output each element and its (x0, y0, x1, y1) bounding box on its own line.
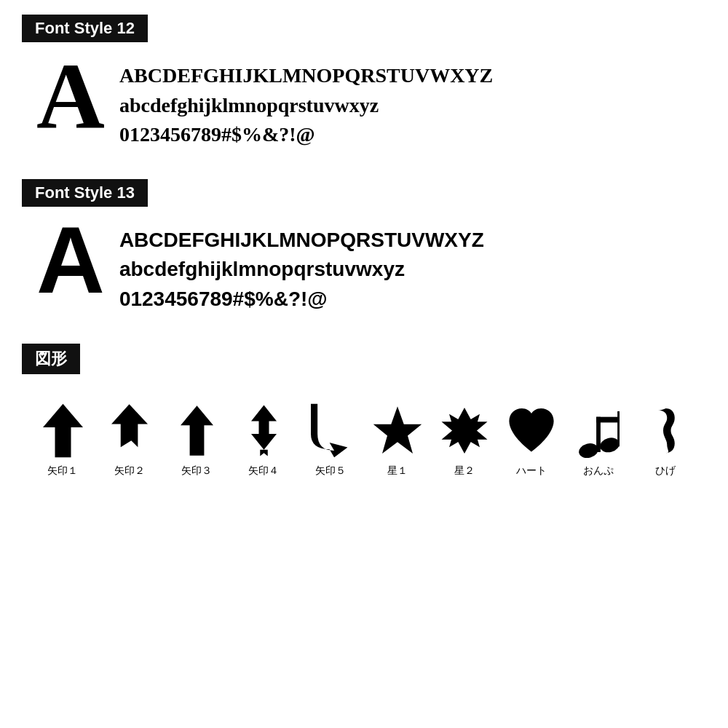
yajirushi5-icon (305, 402, 356, 460)
yajirushi4-icon (238, 402, 289, 460)
svg-marker-1 (111, 404, 148, 447)
font-13-alphabet: ABCDEFGHIJKLMNOPQRSTUVWXYZ abcdefghijklm… (119, 220, 484, 314)
font-12-demo: A ABCDEFGHIJKLMNOPQRSTUVWXYZ abcdefghijk… (22, 55, 706, 150)
shape-item-onpu: おんぷ (565, 402, 632, 478)
yajirushi3-icon (171, 402, 222, 460)
hige-icon (640, 402, 691, 460)
svg-rect-11 (617, 411, 620, 446)
shape-item-heart: ハート (498, 402, 565, 478)
svg-rect-12 (596, 416, 620, 422)
yajirushi1-label: 矢印１ (47, 464, 78, 478)
shape-item-yajirushi2: 矢印２ (96, 402, 163, 478)
yajirushi5-label: 矢印５ (315, 464, 346, 478)
font-13-demo: A ABCDEFGHIJKLMNOPQRSTUVWXYZ abcdefghijk… (22, 220, 706, 314)
font-style-12-section: Font Style 12 A ABCDEFGHIJKLMNOPQRSTUVWX… (22, 15, 706, 150)
heart-label: ハート (516, 464, 547, 478)
shape-item-yajirushi3: 矢印３ (163, 402, 230, 478)
shape-item-hoshi2: 星２ (431, 402, 498, 478)
font-12-big-letter: A (36, 48, 105, 143)
shape-item-hige: ひげ (632, 402, 699, 478)
shape-item-yajirushi5: 矢印５ (297, 402, 364, 478)
font-style-13-section: Font Style 13 A ABCDEFGHIJKLMNOPQRSTUVWX… (22, 179, 706, 314)
svg-marker-2 (181, 405, 213, 455)
yajirushi3-label: 矢印３ (181, 464, 212, 478)
onpu-icon (573, 402, 624, 460)
yajirushi2-icon (104, 402, 155, 460)
shapes-label: 図形 (22, 344, 80, 374)
hige-label: ひげ (655, 464, 676, 478)
svg-marker-5 (373, 406, 422, 454)
font-style-12-label: Font Style 12 (22, 15, 148, 42)
yajirushi2-label: 矢印２ (114, 464, 145, 478)
yajirushi4-label: 矢印４ (248, 464, 279, 478)
hoshi2-icon (439, 402, 490, 460)
hoshi2-label: 星２ (454, 464, 475, 478)
svg-marker-0 (43, 404, 83, 457)
shape-item-hoshi1: 星１ (364, 402, 431, 478)
shapes-section: 図形 矢印１ 矢印２ (22, 344, 706, 492)
heart-icon (506, 402, 557, 460)
shape-item-yajirushi1: 矢印１ (29, 402, 96, 478)
font-12-alphabet: ABCDEFGHIJKLMNOPQRSTUVWXYZ abcdefghijklm… (119, 55, 493, 150)
font-style-13-label: Font Style 13 (22, 179, 148, 207)
onpu-label: おんぷ (583, 464, 614, 478)
hoshi1-icon (372, 402, 423, 460)
yajirushi1-icon (37, 402, 88, 460)
hoshi1-label: 星１ (387, 464, 408, 478)
shape-item-yajirushi4: 矢印４ (230, 402, 297, 478)
shapes-grid: 矢印１ 矢印２ 矢印３ (22, 387, 706, 492)
svg-marker-3 (251, 405, 277, 450)
svg-marker-4 (260, 450, 268, 456)
font-13-big-letter: A (36, 213, 105, 307)
svg-point-10 (598, 435, 620, 454)
